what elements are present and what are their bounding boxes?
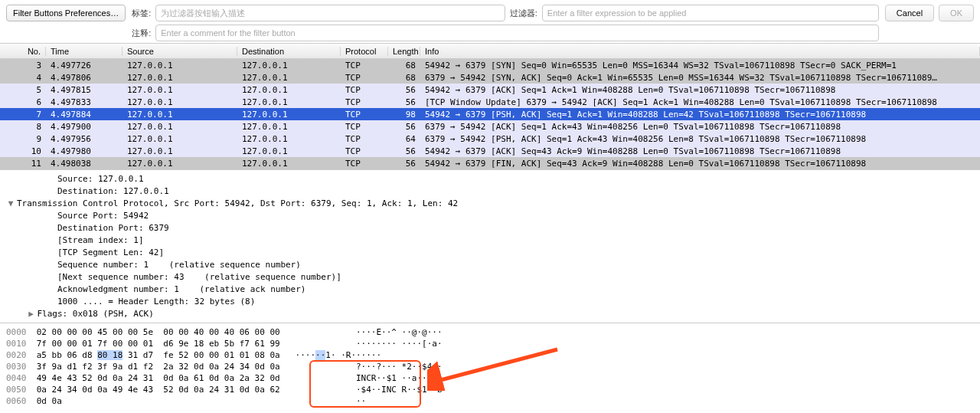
detail-line[interactable]: ▶Flags: 0x018 (PSH, ACK) bbox=[6, 308, 980, 320]
tag-label: 标签: bbox=[132, 8, 151, 19]
hex-line[interactable]: 0040 49 4e 43 52 0d 0a 24 31 0d 0a 61 0d… bbox=[6, 372, 974, 384]
detail-line[interactable]: Destination Port: 6379 bbox=[6, 222, 980, 234]
filter-expression-input[interactable] bbox=[542, 5, 879, 21]
table-row[interactable]: 74.497884127.0.0.1127.0.0.1TCP9854942 → … bbox=[0, 108, 980, 120]
cancel-button[interactable]: Cancel bbox=[885, 5, 934, 21]
col-source[interactable]: Source bbox=[122, 47, 237, 56]
ok-button[interactable]: OK bbox=[939, 5, 974, 21]
comment-label: 注释: bbox=[132, 28, 151, 39]
table-row[interactable]: 104.497980127.0.0.1127.0.0.1TCP5654942 →… bbox=[0, 145, 980, 157]
table-row[interactable]: 84.497900127.0.0.1127.0.0.1TCP566379 → 5… bbox=[0, 120, 980, 133]
detail-line[interactable]: [TCP Segment Len: 42] bbox=[6, 247, 980, 259]
detail-line[interactable]: Source: 127.0.0.1 bbox=[6, 173, 980, 185]
packet-list: No. Time Source Destination Protocol Len… bbox=[0, 43, 980, 170]
table-row[interactable]: 114.498038127.0.0.1127.0.0.1TCP5654942 →… bbox=[0, 157, 980, 169]
col-time[interactable]: Time bbox=[46, 47, 122, 56]
detail-line[interactable]: Acknowledgment number: 1 (relative ack n… bbox=[6, 284, 980, 296]
hex-line[interactable]: 0010 7f 00 00 01 7f 00 00 01 d6 9e 18 eb… bbox=[6, 338, 974, 349]
packet-bytes[interactable]: 0000 02 00 00 00 45 00 00 5e 00 00 40 00… bbox=[0, 323, 980, 410]
detail-line[interactable]: 1000 .... = Header Length: 32 bytes (8) bbox=[6, 296, 980, 308]
detail-line[interactable]: Sequence number: 1 (relative sequence nu… bbox=[6, 259, 980, 271]
table-row[interactable]: 94.497956127.0.0.1127.0.0.1TCP646379 → 5… bbox=[0, 133, 980, 145]
comment-input[interactable] bbox=[155, 25, 879, 41]
hex-line[interactable]: 0030 3f 9a d1 f2 3f 9a d1 f2 2a 32 0d 0a… bbox=[6, 361, 974, 372]
table-row[interactable]: 64.497833127.0.0.1127.0.0.1TCP56[TCP Win… bbox=[0, 96, 980, 108]
table-row[interactable]: 44.497806127.0.0.1127.0.0.1TCP686379 → 5… bbox=[0, 71, 980, 84]
detail-line[interactable]: [Stream index: 1] bbox=[6, 234, 980, 247]
packet-list-header: No. Time Source Destination Protocol Len… bbox=[0, 44, 980, 59]
table-row[interactable]: 34.497726127.0.0.1127.0.0.1TCP6854942 → … bbox=[0, 59, 980, 71]
filter-label: 过滤器: bbox=[510, 8, 537, 19]
filter-buttons-preferences-button[interactable]: Filter Buttons Preferences… bbox=[6, 5, 126, 21]
hex-line[interactable]: 0050 0a 24 34 0d 0a 49 4e 43 52 0d 0a 24… bbox=[6, 384, 974, 395]
col-protocol[interactable]: Protocol bbox=[341, 47, 388, 56]
detail-line[interactable]: [Next sequence number: 43 (relative sequ… bbox=[6, 271, 980, 284]
col-length[interactable]: Length bbox=[388, 47, 420, 56]
toolbar: Filter Buttons Preferences… 标签: 过滤器: 注释:… bbox=[0, 0, 980, 43]
hex-line[interactable]: 0060 0d 0a ·· bbox=[6, 395, 974, 407]
col-no[interactable]: No. bbox=[0, 47, 46, 56]
col-destination[interactable]: Destination bbox=[237, 47, 341, 56]
packet-details[interactable]: Source: 127.0.0.1 Destination: 127.0.0.1… bbox=[0, 170, 980, 323]
detail-line[interactable]: ▼Transmission Control Protocol, Src Port… bbox=[6, 198, 980, 210]
detail-line[interactable]: Source Port: 54942 bbox=[6, 210, 980, 222]
tag-input[interactable] bbox=[155, 5, 505, 21]
table-row[interactable]: 54.497815127.0.0.1127.0.0.1TCP5654942 → … bbox=[0, 84, 980, 96]
hex-line[interactable]: 0020 a5 bb 06 d8 80 18 31 d7 fe 52 00 00… bbox=[6, 349, 974, 361]
col-info[interactable]: Info bbox=[420, 47, 980, 56]
hex-line[interactable]: 0000 02 00 00 00 45 00 00 5e 00 00 40 00… bbox=[6, 326, 974, 338]
detail-line[interactable]: Destination: 127.0.0.1 bbox=[6, 185, 980, 198]
